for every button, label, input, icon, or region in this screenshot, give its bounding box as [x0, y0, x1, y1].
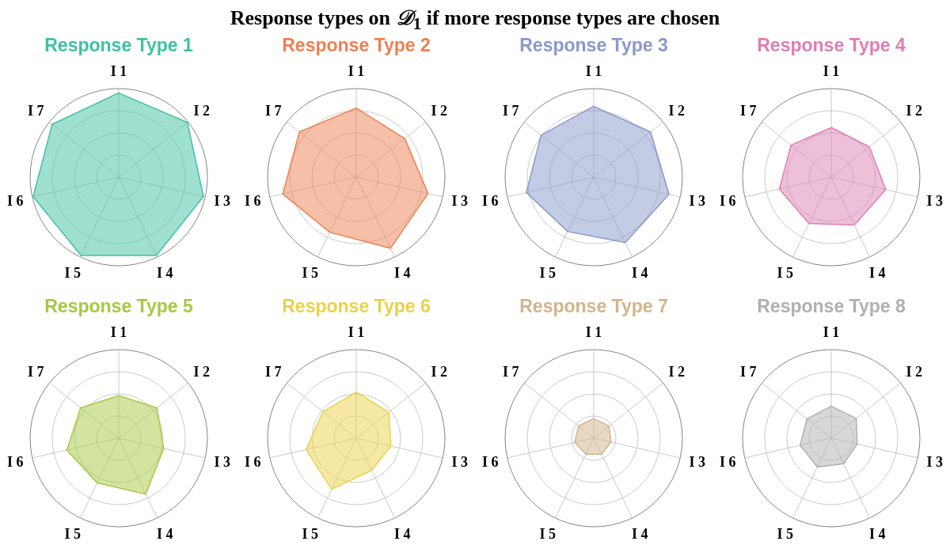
axis-label: I 6	[482, 193, 499, 209]
radar-polygon	[800, 407, 857, 467]
axis-label: I 6	[7, 454, 24, 470]
axis-label: I 6	[720, 454, 736, 470]
radar-chart: I 1I 2I 3I 4I 5I 6I 7	[712, 321, 950, 557]
axis-label: I 6	[245, 454, 261, 470]
axis-label: I 2	[194, 103, 211, 119]
radar-polygon	[66, 395, 163, 494]
axis-label: I 3	[689, 193, 705, 209]
radar-cell: Response Type 5I 1I 2I 3I 4I 5I 6I 7	[0, 296, 238, 557]
radar-subtitle: Response Type 6	[238, 296, 475, 317]
radar-polygon	[526, 106, 669, 242]
axis-label: I 2	[906, 103, 923, 119]
axis-label: I 3	[689, 454, 705, 470]
radar-polygon	[779, 127, 885, 225]
axis-label: I 4	[632, 265, 648, 281]
axis-label: I 5	[302, 265, 319, 281]
axis-label: I 5	[777, 526, 794, 542]
title-sub: 1	[412, 14, 421, 33]
axis-label: I 6	[482, 454, 499, 470]
axis-label: I 7	[28, 103, 44, 119]
page-title: Response types on 𝒟1 if more response ty…	[0, 6, 950, 34]
radar-polygon	[33, 93, 203, 255]
radar-subtitle: Response Type 8	[712, 296, 950, 317]
title-suffix: if more response types are chosen	[421, 6, 720, 29]
radar-polygon	[306, 392, 391, 490]
axis-label: I 1	[823, 324, 840, 340]
axis-label: I 1	[348, 63, 365, 79]
radar-chart: I 1I 2I 3I 4I 5I 6I 7	[712, 60, 950, 296]
radar-subtitle: Response Type 1	[0, 35, 238, 56]
title-script: 𝒟	[395, 6, 412, 29]
radar-subtitle: Response Type 7	[475, 296, 712, 317]
radar-chart: I 1I 2I 3I 4I 5I 6I 7	[238, 60, 475, 296]
radar-cell: Response Type 6I 1I 2I 3I 4I 5I 6I 7	[238, 296, 475, 557]
radar-cell: Response Type 1I 1I 2I 3I 4I 5I 6I 7	[0, 35, 238, 296]
radar-polygon	[575, 418, 611, 454]
radar-cell: Response Type 7I 1I 2I 3I 4I 5I 6I 7	[475, 296, 712, 557]
axis-label: I 4	[394, 526, 411, 542]
axis-label: I 4	[632, 526, 648, 542]
chart-grid: Response Type 1I 1I 2I 3I 4I 5I 6I 7Resp…	[0, 35, 950, 557]
axis-label: I 3	[451, 193, 468, 209]
axis-label: I 3	[451, 454, 468, 470]
axis-label: I 1	[823, 63, 840, 79]
axis-label: I 2	[431, 364, 448, 380]
axis-label: I 1	[586, 324, 602, 340]
radar-chart: I 1I 2I 3I 4I 5I 6I 7	[0, 60, 238, 296]
axis-label: I 6	[720, 193, 736, 209]
radar-cell: Response Type 4I 1I 2I 3I 4I 5I 6I 7	[712, 35, 950, 296]
radar-cell: Response Type 3I 1I 2I 3I 4I 5I 6I 7	[475, 35, 712, 296]
radar-subtitle: Response Type 3	[475, 35, 712, 56]
axis-label: I 5	[302, 526, 319, 542]
axis-label: I 7	[265, 103, 282, 119]
axis-label: I 5	[65, 265, 82, 281]
axis-label: I 3	[926, 454, 943, 470]
axis-label: I 4	[157, 526, 173, 542]
axis-label: I 1	[111, 324, 127, 340]
axis-label: I 7	[740, 103, 757, 119]
axis-label: I 4	[394, 265, 411, 281]
axis-label: I 5	[540, 265, 557, 281]
axis-label: I 3	[214, 454, 230, 470]
axis-label: I 3	[214, 193, 230, 209]
radar-subtitle: Response Type 4	[712, 35, 950, 56]
axis-label: I 4	[157, 265, 173, 281]
radar-chart: I 1I 2I 3I 4I 5I 6I 7	[238, 321, 475, 557]
radar-cell: Response Type 8I 1I 2I 3I 4I 5I 6I 7	[712, 296, 950, 557]
axis-label: I 1	[586, 63, 602, 79]
axis-label: I 7	[740, 364, 757, 380]
axis-label: I 2	[669, 364, 686, 380]
radar-chart: I 1I 2I 3I 4I 5I 6I 7	[0, 321, 238, 557]
axis-label: I 5	[65, 526, 82, 542]
axis-label: I 2	[669, 103, 686, 119]
axis-label: I 7	[28, 364, 44, 380]
radar-chart: I 1I 2I 3I 4I 5I 6I 7	[475, 60, 712, 296]
radar-chart: I 1I 2I 3I 4I 5I 6I 7	[475, 321, 712, 557]
axis-label: I 6	[245, 193, 261, 209]
title-prefix: Response types on	[230, 6, 396, 29]
axis-label: I 7	[503, 364, 519, 380]
axis-label: I 1	[348, 324, 365, 340]
axis-label: I 5	[540, 526, 557, 542]
radar-subtitle: Response Type 5	[0, 296, 238, 317]
axis-label: I 4	[869, 526, 886, 542]
radar-polygon	[283, 108, 428, 248]
axis-label: I 7	[265, 364, 282, 380]
radar-cell: Response Type 2I 1I 2I 3I 4I 5I 6I 7	[238, 35, 475, 296]
axis-label: I 6	[7, 193, 24, 209]
axis-label: I 2	[194, 364, 211, 380]
axis-label: I 3	[926, 193, 943, 209]
axis-label: I 2	[431, 103, 448, 119]
radar-subtitle: Response Type 2	[238, 35, 475, 56]
axis-label: I 2	[906, 364, 923, 380]
axis-label: I 4	[869, 265, 886, 281]
axis-label: I 5	[777, 265, 794, 281]
axis-label: I 7	[503, 103, 519, 119]
axis-label: I 1	[111, 63, 127, 79]
